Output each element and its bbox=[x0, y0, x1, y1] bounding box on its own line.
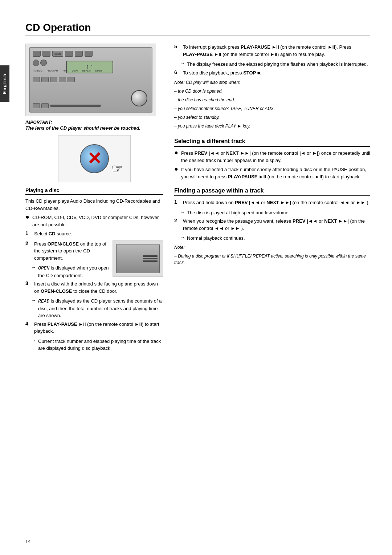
finding-step-1: 1 Press and hold down on PREV |◄◄ or NEX… bbox=[174, 199, 370, 206]
left-column: 00:00 [ ] bbox=[25, 44, 163, 353]
bullet-dot-icon-3: ● bbox=[174, 165, 178, 173]
finding-step-1-arrow: → The disc is played at high speed and l… bbox=[180, 209, 370, 216]
finding-step-2-arrow-text: Normal playback continues. bbox=[187, 235, 245, 242]
step-2-container: 2 Press OPEN•CLOSE on the top of the sys… bbox=[25, 240, 163, 281]
arrow-icon-5: → bbox=[180, 209, 185, 215]
step-1: 1 Select CD source. bbox=[25, 230, 163, 238]
finding-step-1-arrow-text: The disc is played at high speed and low… bbox=[187, 209, 290, 216]
page: English CD Operation 00:00 bbox=[0, 0, 392, 555]
two-column-layout: 00:00 [ ] bbox=[25, 44, 370, 353]
main-content: CD Operation 00:00 bbox=[15, 22, 381, 353]
step-2: 2 Press OPEN•CLOSE on the top of the sys… bbox=[25, 240, 109, 262]
finding-step-2: 2 When you recognize the passage you wan… bbox=[174, 218, 370, 232]
step-4: 4 Press PLAY•PAUSE ►II (on the remote co… bbox=[25, 321, 163, 335]
cd-player-graphic: 00:00 [ ] bbox=[29, 47, 152, 113]
step-3: 3 Insert a disc with the printed side fa… bbox=[25, 280, 163, 295]
note-block: Note: CD play will also stop when; – the… bbox=[174, 79, 370, 129]
step-3-arrow: → READ is displayed as the CD player sca… bbox=[31, 297, 163, 319]
step-4-arrow-text: Current track number and elapsed playing… bbox=[38, 338, 163, 352]
bullet-dot-icon-2: ● bbox=[174, 149, 178, 157]
cd-slot-3 bbox=[143, 260, 158, 262]
playing-disc-intro: This CD player plays Audio Discs includi… bbox=[25, 198, 163, 212]
bullet-cd-rom-text: CD-ROM, CD-I, CDV, VCD, DVD or computer … bbox=[32, 214, 163, 228]
language-tab: English bbox=[0, 65, 9, 102]
step-2-arrow: → OPEN is displayed when you open the CD… bbox=[31, 264, 109, 279]
no-touch-image: ✕ ☞ bbox=[58, 135, 131, 182]
arrow-icon-4: → bbox=[180, 61, 185, 66]
cd-compartment-graphic bbox=[116, 244, 160, 273]
cd-slot-1 bbox=[143, 255, 158, 257]
page-title: CD Operation bbox=[25, 22, 370, 36]
hand-icon: ☞ bbox=[111, 161, 123, 177]
bullet-cd-rom: ● CD-ROM, CD-I, CDV, VCD, DVD or compute… bbox=[25, 214, 163, 228]
step-5-arrow-text: The display freezes and the elapsed play… bbox=[187, 61, 368, 68]
right-column: 5 To interrupt playback press PLAY•PAUSE… bbox=[174, 44, 370, 353]
selecting-track-title: Selecting a different track bbox=[174, 138, 370, 147]
selecting-bullet-1: ● Press PREV |◄◄ or NEXT ►►| (on the rem… bbox=[174, 150, 370, 164]
step-4-arrow: → Current track number and elapsed playi… bbox=[31, 338, 163, 352]
finding-note: Note: – During a disc program or if SHUF… bbox=[174, 244, 370, 266]
cd-compartment-image bbox=[113, 240, 163, 277]
cd-slot-2 bbox=[143, 258, 158, 259]
playing-disc-title: Playing a disc bbox=[25, 187, 163, 195]
bullet-dot-icon: ● bbox=[25, 213, 29, 221]
cd-player-image: 00:00 [ ] bbox=[25, 44, 156, 116]
arrow-icon: → bbox=[31, 264, 36, 270]
finding-passage-title: Finding a passage within a track bbox=[174, 187, 370, 196]
step-5: 5 To interrupt playback press PLAY•PAUSE… bbox=[174, 44, 370, 58]
important-label: IMPORTANT: bbox=[25, 120, 163, 125]
arrow-icon-2: → bbox=[31, 297, 36, 303]
important-text: The lens of the CD player should never b… bbox=[25, 125, 163, 131]
finding-step-2-arrow: → Normal playback continues. bbox=[180, 235, 370, 242]
step-5-arrow: → The display freezes and the elapsed pl… bbox=[180, 61, 370, 68]
arrow-icon-6: → bbox=[180, 235, 185, 240]
x-mark-icon: ✕ bbox=[87, 150, 102, 167]
page-number: 14 bbox=[25, 539, 30, 544]
important-box: IMPORTANT: The lens of the CD player sho… bbox=[25, 120, 163, 131]
selecting-bullet-2: ● If you have selected a track number sh… bbox=[174, 166, 370, 180]
step-6: 6 To stop disc playback, press STOP ■. bbox=[174, 69, 370, 77]
arrow-icon-3: → bbox=[31, 338, 36, 343]
